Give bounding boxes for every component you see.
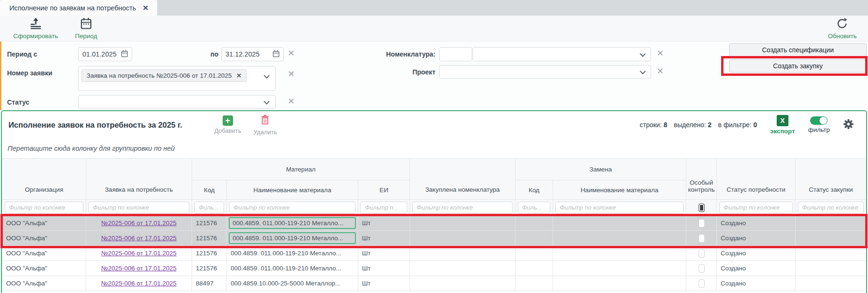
- unit-cell[interactable]: Шт: [358, 231, 410, 246]
- column-filter-input[interactable]: [798, 202, 864, 214]
- need-status-cell[interactable]: Создано: [717, 261, 796, 276]
- tag-remove-icon[interactable]: ✕: [236, 72, 241, 79]
- code-cell[interactable]: 121576: [192, 246, 227, 261]
- replacement-code-cell[interactable]: [515, 261, 553, 276]
- column-filter-input[interactable]: [518, 202, 550, 214]
- material-cell[interactable]: 000.4859. 011.000-119-210 Металло...: [227, 216, 358, 231]
- material-cell[interactable]: 000.4859. 011.000-119-210 Металло...: [227, 246, 358, 261]
- request-link[interactable]: №2025-006 от 17.01.2025: [101, 220, 177, 227]
- request-link[interactable]: №2025-006 от 17.01.2025: [101, 235, 177, 242]
- special-control-filter-checkbox[interactable]: [699, 203, 705, 212]
- material-cell[interactable]: 000.4859.10.000-25-5000 Металлор...: [227, 276, 358, 291]
- purchase-status-cell[interactable]: [796, 276, 867, 291]
- special-control-checkbox[interactable]: [699, 219, 705, 228]
- need-status-cell[interactable]: Создано: [717, 231, 796, 246]
- request-number-multiselect[interactable]: Заявка на потребность №2025-006 от 17.01…: [78, 66, 276, 91]
- settings-gear-button[interactable]: [843, 119, 854, 131]
- unit-cell[interactable]: Шт: [358, 246, 410, 261]
- purchase-status-cell[interactable]: [796, 246, 867, 261]
- special-control-checkbox[interactable]: [699, 249, 705, 258]
- org-cell[interactable]: ООО "Альфа": [2, 261, 86, 276]
- column-header-purchase-status[interactable]: Статус закупки: [796, 159, 867, 200]
- calendar-icon[interactable]: [273, 50, 280, 59]
- purchased-nomenclature-cell[interactable]: [410, 276, 515, 291]
- table-row[interactable]: ООО "Альфа"№2025-006 от 17.01.2025121576…: [2, 246, 867, 261]
- request-link[interactable]: №2025-006 от 17.01.2025: [101, 280, 177, 287]
- column-header-purchased-nomenclature[interactable]: Закуплена номенклатура: [410, 159, 515, 200]
- table-row[interactable]: ООО "Альфа"№2025-006 от 17.01.2025121576…: [2, 216, 867, 231]
- add-row-button[interactable]: + Добавить: [214, 115, 241, 134]
- replacement-code-cell[interactable]: [515, 231, 553, 246]
- request-link[interactable]: №2025-006 от 17.01.2025: [101, 265, 177, 272]
- replacement-code-cell[interactable]: [515, 276, 553, 291]
- purchased-nomenclature-cell[interactable]: [410, 246, 515, 261]
- excel-export-button[interactable]: X экспорт: [770, 115, 795, 135]
- filter-toggle[interactable]: [810, 116, 828, 125]
- material-cell[interactable]: 000.4859. 011.000-119-210 Металло...: [227, 261, 358, 276]
- special-control-checkbox[interactable]: [699, 279, 705, 288]
- replacement-material-cell[interactable]: [553, 216, 686, 231]
- column-header-need-status[interactable]: Статус потребности: [717, 159, 796, 200]
- calendar-icon[interactable]: [121, 50, 128, 59]
- org-cell[interactable]: ООО "Альфа": [2, 246, 86, 261]
- org-cell[interactable]: ООО "Альфа": [2, 216, 86, 231]
- material-cell[interactable]: 000.4859. 011.000-119-210 Металло...: [227, 231, 358, 246]
- column-filter-input[interactable]: [555, 202, 683, 214]
- delete-row-button[interactable]: Удалить: [254, 114, 277, 136]
- column-filter-input[interactable]: [719, 202, 793, 214]
- column-header-request[interactable]: Заявка на потребность: [86, 159, 192, 200]
- groupby-hint[interactable]: Перетащите сюда колонку для группировки …: [2, 138, 866, 158]
- column-header-organization[interactable]: Организация: [2, 159, 86, 200]
- purchased-nomenclature-cell[interactable]: [410, 231, 515, 246]
- replacement-code-cell[interactable]: [515, 216, 553, 231]
- need-status-cell[interactable]: Создано: [717, 246, 796, 261]
- purchased-nomenclature-cell[interactable]: [410, 216, 515, 231]
- column-header-replacement-material-name[interactable]: Наименование материала: [553, 180, 686, 200]
- unit-cell[interactable]: Шт: [358, 261, 410, 276]
- need-status-cell[interactable]: Создано: [717, 276, 796, 291]
- column-filter-input[interactable]: [88, 202, 189, 214]
- nomenclature-select[interactable]: [473, 47, 651, 61]
- clear-request-filter-icon[interactable]: ✕: [288, 70, 295, 78]
- column-filter-input[interactable]: [361, 202, 407, 214]
- column-header-replacement-code[interactable]: Код: [515, 180, 553, 200]
- column-filter-input[interactable]: [412, 202, 513, 214]
- tab-execution-requests[interactable]: Исполнение по заявкам на потребность ✕: [0, 0, 157, 16]
- column-header-material-name[interactable]: Наименование материала: [227, 180, 358, 200]
- special-control-checkbox[interactable]: [699, 234, 705, 243]
- status-select[interactable]: [78, 95, 276, 109]
- clear-project-filter-icon[interactable]: ✕: [657, 67, 664, 75]
- refresh-button[interactable]: Обновить: [828, 17, 857, 40]
- purchase-status-cell[interactable]: [796, 216, 867, 231]
- project-select[interactable]: [439, 65, 651, 79]
- code-cell[interactable]: 88497: [192, 276, 227, 291]
- table-row[interactable]: ООО "Альфа"№2025-006 от 17.01.2025121576…: [2, 261, 867, 276]
- special-control-checkbox[interactable]: [699, 264, 705, 273]
- tab-close-icon[interactable]: ✕: [143, 4, 149, 12]
- create-specifications-button[interactable]: Создать спецификации: [729, 43, 867, 57]
- replacement-material-cell[interactable]: [553, 276, 686, 291]
- replacement-material-cell[interactable]: [553, 246, 686, 261]
- period-from-input[interactable]: 01.01.2025: [78, 47, 132, 61]
- column-header-special-control[interactable]: Особый контроль: [686, 159, 717, 200]
- purchase-status-cell[interactable]: [796, 261, 867, 276]
- clear-period-filter-icon[interactable]: ✕: [288, 49, 295, 57]
- code-cell[interactable]: 121576: [192, 216, 227, 231]
- column-header-unit[interactable]: ЕИ: [358, 180, 410, 200]
- unit-cell[interactable]: Шт: [358, 276, 410, 291]
- unit-cell[interactable]: Шт: [358, 216, 410, 231]
- period-to-input[interactable]: 31.12.2025: [221, 47, 284, 61]
- column-filter-input[interactable]: [5, 202, 83, 214]
- table-row[interactable]: ООО "Альфа"№2025-006 от 17.01.2025884970…: [2, 276, 867, 291]
- replacement-material-cell[interactable]: [553, 261, 686, 276]
- clear-status-filter-icon[interactable]: ✕: [288, 97, 295, 106]
- purchased-nomenclature-cell[interactable]: [410, 261, 515, 276]
- request-tag[interactable]: Заявка на потребность №2025-006 от 17.01…: [81, 69, 247, 82]
- table-row[interactable]: ООО "Альфа"№2025-006 от 17.01.2025121576…: [2, 231, 867, 246]
- org-cell[interactable]: ООО "Альфа": [2, 231, 86, 246]
- code-cell[interactable]: 121576: [192, 231, 227, 246]
- generate-button[interactable]: Сформировать: [13, 17, 58, 40]
- nomenclature-code-input[interactable]: [439, 47, 472, 61]
- column-filter-input[interactable]: [229, 202, 355, 214]
- purchase-status-cell[interactable]: [796, 231, 867, 246]
